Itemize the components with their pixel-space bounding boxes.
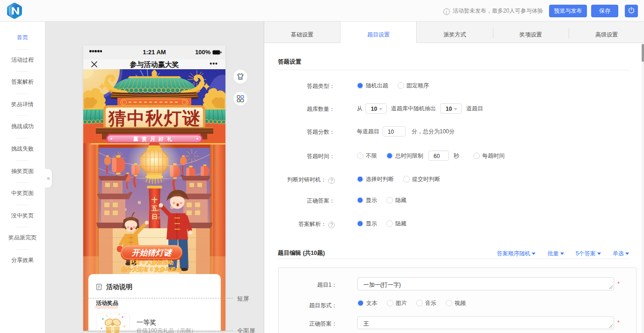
svg-text:开始猜灯谜: 开始猜灯谜 — [131, 248, 173, 257]
svg-text:打: 打 — [157, 209, 161, 212]
svg-text:字: 字 — [158, 216, 161, 219]
svg-text:五: 五 — [151, 205, 158, 212]
svg-text:日: 日 — [152, 213, 158, 220]
svg-text:猜中秋灯谜: 猜中秋灯谜 — [108, 109, 200, 128]
svg-text:十: 十 — [152, 196, 158, 203]
svg-text:您今天还有 5 次参与机会: 您今天还有 5 次参与机会 — [121, 267, 181, 273]
svg-text:一: 一 — [158, 212, 161, 216]
svg-text:〕: 〕 — [157, 221, 160, 224]
svg-text:已有 0 人参加活动: 已有 0 人参加活动 — [130, 260, 173, 266]
